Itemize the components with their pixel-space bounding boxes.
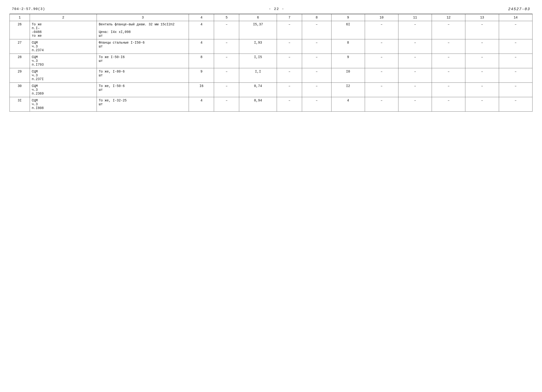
cell-6-1: 3I — [10, 97, 30, 112]
cell-1-8: – — [302, 21, 331, 39]
cell-2-4: 4 — [189, 39, 214, 54]
cell-6-4: 4 — [189, 97, 214, 112]
cell-3-12: – — [432, 54, 465, 68]
col-header-1: 1 — [10, 14, 30, 21]
cell-1-2: То жеп.I––0466то же — [30, 21, 97, 39]
cell-1-5: – — [214, 21, 239, 39]
cell-1-14: – — [499, 21, 532, 39]
cell-5-5: – — [214, 83, 239, 97]
cell-4-8: – — [302, 68, 331, 83]
cell-1-13: – — [465, 21, 499, 39]
cell-4-2: СЦМч.3п.237I — [30, 68, 97, 83]
cell-5-10: – — [365, 83, 398, 97]
cell-6-6: 0,94 — [239, 97, 277, 112]
cell-1-9: 6I — [331, 21, 365, 39]
cell-3-11: – — [398, 54, 432, 68]
cell-1-6: I5,37 — [239, 21, 277, 39]
cell-6-12: – — [432, 97, 465, 112]
cell-1-4: 4 — [189, 21, 214, 39]
cell-1-11: – — [398, 21, 432, 39]
cell-6-2: СЦМч.3п.I808 — [30, 97, 97, 112]
table-row: 30СЦМч.3п.2369То же, I-50-6штI6–0,74––I2… — [10, 83, 532, 97]
cell-3-8: – — [302, 54, 331, 68]
col-header-4: 4 — [189, 14, 214, 21]
cell-4-13: – — [465, 68, 499, 83]
cell-4-6: I,I — [239, 68, 277, 83]
page-number: - 22 - — [269, 7, 285, 11]
cell-5-3: То же, I-50-6шт — [97, 83, 189, 97]
cell-3-1: 28 — [10, 54, 30, 68]
cell-5-6: 0,74 — [239, 83, 277, 97]
cell-4-14: – — [499, 68, 532, 83]
table-row: 26То жеп.I––0466то жеВентиль фланце–вый … — [10, 21, 532, 39]
doc-number-right: 24527-03 — [508, 7, 530, 11]
table-row: 28СЦМч.3п.I793То же I-50-I6шт8–I,I5––9––… — [10, 54, 532, 68]
cell-3-14: – — [499, 54, 532, 68]
cell-2-3: Фланцы стальные I-I50-6шт — [97, 39, 189, 54]
cell-5-12: – — [432, 83, 465, 97]
cell-6-9: 4 — [331, 97, 365, 112]
table-row: 3IСЦМч.3п.I808То же, I-32-25шт4–0,94––4–… — [10, 97, 532, 112]
cell-4-9: I0 — [331, 68, 365, 83]
cell-4-3: То же, I-80-6шт — [97, 68, 189, 83]
col-header-6: 6 — [239, 14, 277, 21]
cell-5-2: СЦМч.3п.2369 — [30, 83, 97, 97]
cell-5-8: – — [302, 83, 331, 97]
cell-1-10: – — [365, 21, 398, 39]
cell-1-3: Вентиль фланце–вый диам. 32 мм 15сI2п2Це… — [97, 21, 189, 39]
col-header-10: 10 — [365, 14, 398, 21]
col-header-8: 8 — [302, 14, 331, 21]
main-table: 1 2 3 4 5 6 7 8 9 10 11 12 13 14 26То же… — [10, 14, 532, 112]
cell-3-6: I,I5 — [239, 54, 277, 68]
cell-6-8: – — [302, 97, 331, 112]
cell-1-7: – — [277, 21, 302, 39]
cell-2-11: – — [398, 39, 432, 54]
cell-3-5: – — [214, 54, 239, 68]
cell-3-7: – — [277, 54, 302, 68]
cell-5-7: – — [277, 83, 302, 97]
cell-2-1: 27 — [10, 39, 30, 54]
cell-2-12: – — [432, 39, 465, 54]
cell-5-13: – — [465, 83, 499, 97]
col-header-2: 2 — [30, 14, 97, 21]
col-header-5: 5 — [214, 14, 239, 21]
cell-4-4: 9 — [189, 68, 214, 83]
cell-2-13: – — [465, 39, 499, 54]
cell-4-7: – — [277, 68, 302, 83]
cell-6-14: – — [499, 97, 532, 112]
cell-4-12: – — [432, 68, 465, 83]
cell-6-11: – — [398, 97, 432, 112]
col-header-11: 11 — [398, 14, 432, 21]
cell-3-10: – — [365, 54, 398, 68]
cell-6-10: – — [365, 97, 398, 112]
cell-2-6: I,93 — [239, 39, 277, 54]
col-header-7: 7 — [277, 14, 302, 21]
cell-1-12: – — [432, 21, 465, 39]
col-header-3: 3 — [97, 14, 189, 21]
cell-2-2: СЦМч.3п.2374 — [30, 39, 97, 54]
table-row: 27СЦМч.3п.2374Фланцы стальные I-I50-6шт4… — [10, 39, 532, 54]
cell-2-9: 8 — [331, 39, 365, 54]
doc-number-left: 704-2-57.90(3) — [12, 7, 45, 11]
cell-6-7: – — [277, 97, 302, 112]
cell-5-9: I2 — [331, 83, 365, 97]
cell-6-5: – — [214, 97, 239, 112]
cell-2-10: – — [365, 39, 398, 54]
cell-1-1: 26 — [10, 21, 30, 39]
cell-2-7: – — [277, 39, 302, 54]
cell-5-11: – — [398, 83, 432, 97]
cell-5-14: – — [499, 83, 532, 97]
cell-2-8: – — [302, 39, 331, 54]
page-header: 704-2-57.90(3) - 22 - 24527-03 — [10, 7, 532, 11]
cell-3-4: 8 — [189, 54, 214, 68]
cell-5-1: 30 — [10, 83, 30, 97]
col-header-14: 14 — [499, 14, 532, 21]
cell-4-10: – — [365, 68, 398, 83]
cell-2-5: – — [214, 39, 239, 54]
cell-3-9: 9 — [331, 54, 365, 68]
cell-6-3: То же, I-32-25шт — [97, 97, 189, 112]
table-row: 29СЦМч.3п.237IТо же, I-80-6шт9–I,I––I0––… — [10, 68, 532, 83]
cell-2-14: – — [499, 39, 532, 54]
cell-3-13: – — [465, 54, 499, 68]
table-header-row: 1 2 3 4 5 6 7 8 9 10 11 12 13 14 — [10, 14, 532, 21]
